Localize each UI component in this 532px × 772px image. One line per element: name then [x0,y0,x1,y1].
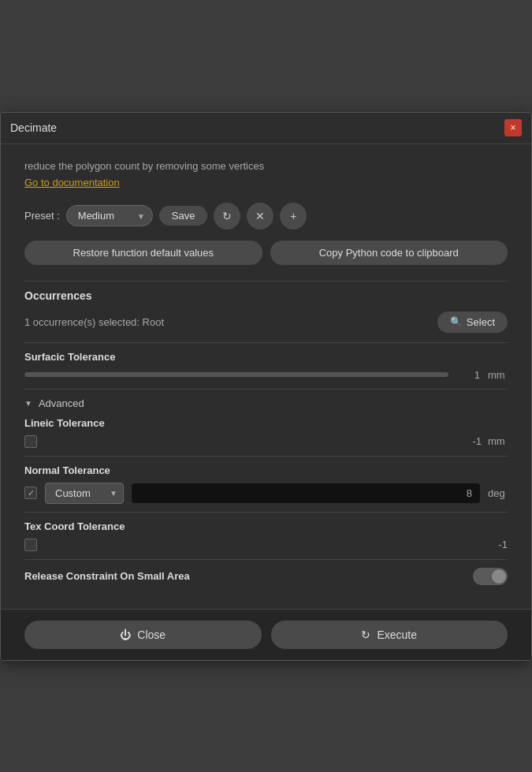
lineic-value: -1 [458,435,482,447]
occurrences-text: 1 occurrence(s) selected: Root [24,316,164,328]
clear-button[interactable]: ✕ [247,203,273,229]
close-button[interactable]: ⏻ Close [24,621,262,649]
description-text: reduce the polygon count by removing som… [24,160,508,172]
divider-5 [24,512,508,513]
toggle-thumb [492,569,506,584]
normal-checkbox[interactable] [24,487,37,499]
divider-4 [24,456,508,457]
execute-button-label: Execute [377,628,417,641]
divider-2 [24,342,508,343]
preset-select[interactable]: Low Medium High Custom [66,205,153,226]
add-button[interactable]: + [280,203,307,229]
occurrences-row: 1 occurrence(s) selected: Root 🔍 Select [24,311,508,333]
normal-dropdown[interactable]: Custom Low Medium High [45,483,124,504]
surfacic-value: 1 [456,369,480,381]
doc-link[interactable]: Go to documentation [24,177,508,188]
advanced-toggle[interactable]: ▼ Advanced [24,397,508,409]
action-row: Restore function default values Copy Pyt… [24,241,508,265]
tex-coord-tolerance-label: Tex Coord Tolerance [24,520,508,532]
normal-dropdown-wrapper: Custom Low Medium High [45,483,124,504]
divider-6 [24,559,508,560]
divider-3 [24,389,508,390]
plus-icon: + [290,210,296,222]
restore-defaults-button[interactable]: Restore function default values [24,241,262,265]
surfacic-slider-track[interactable] [24,372,448,377]
preset-row: Preset : Low Medium High Custom Save ↻ ✕… [24,203,508,229]
title-bar: Decimate × [1,113,531,144]
advanced-label: Advanced [39,397,84,409]
normal-tolerance-row: Custom Low Medium High 8 deg [24,483,508,504]
window-close-button[interactable]: × [504,119,522,136]
normal-tolerance-label: Normal Tolerance [24,464,508,476]
release-constraint-label: Release Constraint On Small Area [24,570,190,582]
tex-coord-checkbox[interactable] [24,539,37,551]
lineic-checkbox[interactable] [24,435,37,448]
refresh-button[interactable]: ↻ [214,203,240,229]
normal-unit: deg [488,487,508,499]
tex-coord-value: -1 [484,539,508,550]
tex-coord-tolerance-row: -1 [24,539,508,551]
preset-label: Preset : [24,210,60,222]
release-constraint-row: Release Constraint On Small Area [24,568,508,585]
lineic-tolerance-row: -1 mm [24,435,508,448]
main-content: reduce the polygon count by removing som… [1,144,531,609]
surfacic-slider-row: 1 mm [24,369,508,381]
copy-python-button[interactable]: Copy Python code to clipboard [270,241,508,265]
preset-select-wrapper: Low Medium High Custom [66,205,153,226]
select-button[interactable]: 🔍 Select [437,311,508,333]
search-icon: 🔍 [450,316,462,327]
x-icon: ✕ [255,210,265,222]
close-button-label: Close [137,628,166,641]
chevron-down-icon: ▼ [24,399,32,408]
surfacic-tolerance-label: Surfacic Tolerance [24,351,508,363]
refresh-icon: ↻ [222,210,232,222]
lineic-unit: mm [488,435,508,447]
bottom-bar: ⏻ Close ↻ Execute [1,609,531,660]
decimate-window: Decimate × reduce the polygon count by r… [0,112,532,661]
divider-1 [24,281,508,282]
execute-refresh-icon: ↻ [361,628,370,641]
power-icon: ⏻ [120,628,131,641]
surfacic-slider-fill [24,372,448,377]
select-button-label: Select [467,316,495,328]
window-title: Decimate [10,121,57,134]
release-constraint-toggle[interactable] [473,568,508,585]
toggle-track [473,568,508,585]
surfacic-unit: mm [488,369,508,381]
occurrences-title: Occurrences [24,289,508,302]
lineic-tolerance-label: Lineic Tolerance [24,417,508,429]
execute-button[interactable]: ↻ Execute [271,621,508,649]
normal-value: 8 [132,483,480,503]
save-button[interactable]: Save [159,206,208,226]
